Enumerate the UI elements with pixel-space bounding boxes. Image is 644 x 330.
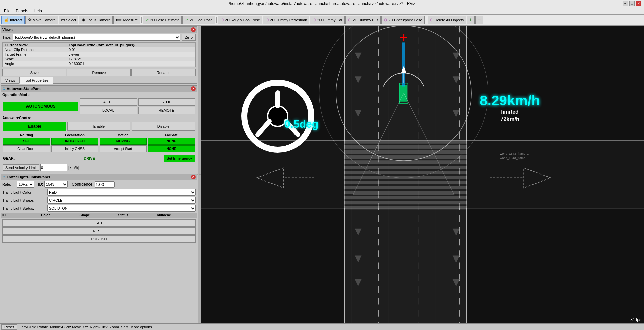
- traffic-panel-close[interactable]: ✕: [191, 175, 196, 179]
- velocity-input[interactable]: [40, 164, 67, 171]
- svg-rect-25: [344, 201, 466, 204]
- dummy-car-icon: ⊙: [312, 17, 316, 22]
- tab-views[interactable]: Views: [1, 77, 19, 83]
- autoware-panel-icon: ⊙: [2, 87, 5, 91]
- traffic-panel-header: ⊙ TrafficLightPublishPanel ✕: [1, 174, 197, 180]
- tab-row: Views Tool Properties: [1, 77, 197, 84]
- shape-select[interactable]: CIRCLE: [47, 197, 196, 204]
- current-view-table: Current View TopDownOrtho (rviz_default_…: [3, 43, 195, 67]
- dummy-car-button[interactable]: ⊙ 2D Dummy Car: [310, 16, 345, 24]
- type-select[interactable]: TopDownOrtho (rviz_default_plugins): [13, 34, 180, 41]
- svg-rect-13: [344, 141, 466, 143]
- autoware-panel-close[interactable]: ✕: [191, 86, 196, 91]
- zero-button[interactable]: Zero: [182, 34, 196, 41]
- status-select[interactable]: SOLID_ON: [47, 205, 196, 212]
- svg-rect-19: [344, 171, 466, 174]
- rough-goal-icon: ⊙: [220, 17, 224, 22]
- failsafe-status2[interactable]: NONE: [148, 145, 195, 152]
- remote-button[interactable]: REMOTE: [138, 107, 195, 114]
- motion-label: Motion: [118, 133, 129, 137]
- minimize-button[interactable]: −: [623, 1, 628, 6]
- autoware-panel: ⊙ AutowareStatePanel ✕ OperationMode AUT…: [1, 85, 197, 172]
- failsafe-status1[interactable]: NONE: [148, 138, 195, 145]
- motion-status[interactable]: MOVING: [100, 138, 147, 145]
- auto-button[interactable]: AUTO: [80, 98, 137, 106]
- close-button[interactable]: ✕: [636, 1, 641, 6]
- scale-label: Scale: [3, 57, 67, 61]
- interact-icon: ☝: [4, 17, 9, 22]
- send-velocity-button[interactable]: Send Velocity Limit: [3, 164, 39, 171]
- rviz-viewport[interactable]: world_1543_frame_1 world_1543_frame 8.29…: [201, 26, 644, 323]
- select-label: Select: [66, 18, 76, 22]
- goal-pose-button[interactable]: ↗ 2D Goal Pose: [182, 16, 215, 24]
- local-button[interactable]: LOCAL: [80, 107, 137, 114]
- set-button[interactable]: SET: [2, 219, 196, 227]
- rate-select[interactable]: 10Hz: [17, 181, 34, 188]
- menu-panels[interactable]: Panels: [13, 8, 31, 14]
- remove-button[interactable]: Remove: [67, 69, 131, 76]
- gear-value: DRIVE: [84, 156, 95, 160]
- select-button[interactable]: ▭ Select: [59, 16, 79, 24]
- publish-button[interactable]: PUBLISH: [2, 235, 196, 243]
- tl-action-row: SET RESET PUBLISH: [1, 218, 197, 244]
- clear-route-button[interactable]: Clear Route: [3, 145, 50, 152]
- localization-col: Localization INITIALIZED Init by GNSS: [51, 133, 98, 152]
- reset-button[interactable]: RESET: [2, 227, 196, 235]
- interact-button[interactable]: ☝ Interact: [1, 16, 25, 24]
- confidence-input[interactable]: [95, 181, 115, 188]
- maximize-button[interactable]: □: [629, 1, 635, 6]
- angle-value: 0.160001: [67, 61, 195, 66]
- accept-start-button[interactable]: Accept Start: [100, 145, 147, 152]
- save-button[interactable]: Save: [2, 69, 66, 76]
- status-help-text: Left-Click: Rotate. Middle-Click: Move X…: [20, 325, 153, 329]
- measure-button[interactable]: ⟺ Measure: [113, 16, 140, 24]
- autonomous-button[interactable]: AUTONOMOUS: [3, 102, 78, 111]
- pose-estimate-button[interactable]: ↗ 2D Pose Estimate: [143, 16, 182, 24]
- checkpoint-pose-button[interactable]: ⊙ 2D Checkpoint Pose: [381, 16, 424, 24]
- menu-file[interactable]: File: [1, 8, 13, 14]
- op-mode-row: AUTONOMOUS AUTO LOCAL STOP REMOTE: [1, 97, 197, 115]
- dummy-car-label: 2D Dummy Car: [317, 18, 342, 22]
- send-velocity-row: Send Velocity Limit [km/h]: [1, 163, 197, 172]
- add-button[interactable]: +: [467, 16, 474, 24]
- tl-col-shape: Shape: [79, 213, 118, 217]
- views-panel-header: Views ✕: [1, 27, 197, 33]
- panel-resize-handle[interactable]: ⋮: [198, 26, 201, 323]
- view-scale: Scale 17.8729: [3, 57, 195, 61]
- minus-button[interactable]: −: [475, 16, 483, 24]
- routing-label: Routing: [20, 133, 33, 137]
- rough-goal-button[interactable]: ⊙ 2D Rough Goal Pose: [218, 16, 262, 24]
- id-select[interactable]: 1543: [44, 181, 68, 188]
- views-panel-close[interactable]: ✕: [191, 27, 196, 32]
- tl-color-row: Traffic Light Color: RED: [1, 188, 197, 196]
- enable-green-button[interactable]: Enable: [3, 122, 66, 131]
- separator-3: [426, 17, 426, 23]
- move-camera-button[interactable]: ✥ Move Camera: [25, 16, 58, 24]
- init-gnss-button[interactable]: Init by GNSS: [51, 145, 98, 152]
- pose-estimate-label: 2D Pose Estimate: [150, 18, 179, 22]
- delete-all-button[interactable]: ⊙ Delete All Objects: [428, 16, 466, 24]
- stop-button[interactable]: STOP: [138, 98, 195, 106]
- traffic-panel-icon: ⊙: [2, 175, 5, 179]
- type-label: Type:: [2, 35, 11, 39]
- color-select[interactable]: RED: [47, 189, 196, 196]
- enable-gray-button[interactable]: Enable: [67, 122, 130, 131]
- current-view-scroll[interactable]: Current View TopDownOrtho (rviz_default_…: [2, 42, 196, 67]
- dummy-bus-button[interactable]: ⊙ 2D Dummy Bus: [345, 16, 381, 24]
- localization-status[interactable]: INITIALIZED: [51, 138, 98, 145]
- x-value: -45.5098: [67, 66, 195, 67]
- menu-help[interactable]: Help: [31, 8, 45, 14]
- dummy-pedestrian-button[interactable]: ⊙ 2D Dummy Pedestrian: [263, 16, 310, 24]
- focus-camera-button[interactable]: ⊕ Focus Camera: [79, 16, 113, 24]
- rename-button[interactable]: Rename: [131, 69, 196, 76]
- view-x: X -45.5098: [3, 66, 195, 67]
- confidence-label: Confidence:: [72, 182, 93, 187]
- disable-button[interactable]: Disable: [132, 122, 195, 131]
- set-emergency-button[interactable]: Set Emergency: [164, 155, 195, 162]
- reset-button[interactable]: Reset: [1, 324, 17, 330]
- svg-text:world_1543_frame: world_1543_frame: [500, 156, 525, 160]
- routing-status[interactable]: SET: [3, 138, 50, 145]
- tab-tool-properties[interactable]: Tool Properties: [19, 77, 53, 84]
- autoware-panel-title: AutowareStatePanel: [7, 87, 42, 91]
- target-frame-value: viewer: [67, 52, 195, 57]
